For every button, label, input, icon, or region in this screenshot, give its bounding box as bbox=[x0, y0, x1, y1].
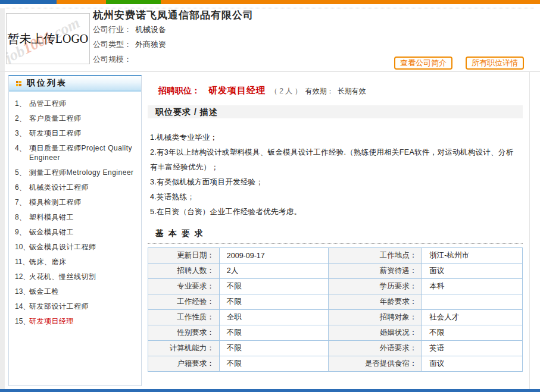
job-list-item[interactable]: 9、钣金模具钳工 bbox=[11, 227, 138, 237]
bottom-brand-bar bbox=[0, 389, 540, 392]
job-item-number: 3、 bbox=[11, 128, 29, 138]
job-item-number: 13、 bbox=[11, 287, 29, 296]
job-item-label: 铣床、磨床 bbox=[29, 257, 138, 266]
job-head: 招聘职位： 研发项目经理 （ 2 人 ） 有效期： 长期有效 bbox=[148, 85, 523, 96]
job-item-number: 10、 bbox=[11, 242, 29, 252]
job-list-header: 职位列表 bbox=[9, 76, 141, 92]
basic-table-label: 学历要求： bbox=[328, 279, 422, 294]
job-list-item[interactable]: 6、机械类设计工程师 bbox=[11, 183, 138, 192]
basic-table-row: 计算机能力：不限外语要求：英语 bbox=[148, 341, 523, 356]
job-item-number: 5、 bbox=[11, 168, 29, 177]
basic-table-row: 工作经验：不限年龄要求： bbox=[148, 294, 523, 310]
validity-label: 有效期： bbox=[305, 86, 334, 96]
company-field-row: 公司规模： bbox=[93, 54, 166, 69]
no-logo-label: 暂未上传LOGO bbox=[7, 14, 89, 64]
job-item-label: 研发项目经理 bbox=[29, 316, 138, 326]
view-company-profile-button[interactable]: 查看公司简介 bbox=[394, 57, 452, 70]
company-name: 杭州安费诺飞凤通信部品有限公司 bbox=[93, 8, 254, 22]
job-list: 1、品管工程师2、客户质量工程师3、研发项目工程师4、项目质量工程师Projec… bbox=[9, 92, 141, 335]
section-title-description: 职位要求 / 描述 bbox=[148, 105, 523, 118]
job-item-label: 项目质量工程师Project Quality Engineer bbox=[29, 143, 138, 162]
job-item-label: 研发部设计工程师 bbox=[29, 302, 138, 311]
job-list-item[interactable]: 8、塑料模具钳工 bbox=[11, 212, 138, 222]
company-field-value: 外商独资 bbox=[135, 40, 166, 49]
requirement-line: 5.在日资（台资）企业工作经验者优先考虑。 bbox=[150, 205, 518, 219]
header-actions: 查看公司简介所有职位详情 bbox=[394, 57, 524, 70]
job-requirements: 1.机械类专业毕业；2.有3年以上结构设计或塑料模具、钣金模具设计工作经验.（熟… bbox=[148, 130, 518, 219]
job-list-item[interactable]: 10、钣金模具设计工程师 bbox=[11, 242, 138, 252]
company-field-label: 公司类型： bbox=[93, 40, 132, 49]
job-list-item[interactable]: 14、研发部设计工程师 bbox=[11, 302, 138, 311]
basic-requirements-table: 更新日期：2009-09-17工作地点：浙江-杭州市招聘人数：2人薪资待遇：面议… bbox=[148, 247, 523, 372]
basic-table-value: 不限 bbox=[219, 325, 328, 341]
top-brand-bar-segment bbox=[161, 0, 540, 4]
company-field-row: 公司类型：外商独资 bbox=[93, 39, 166, 54]
job-head-label: 招聘职位： bbox=[158, 86, 200, 96]
basic-table-row: 招聘人数：2人薪资待遇：面议 bbox=[148, 264, 523, 279]
job-list-panel: 职位列表 1、品管工程师2、客户质量工程师3、研发项目工程师4、项目质量工程师P… bbox=[8, 75, 142, 386]
job-list-item[interactable]: 7、模具检测工程师 bbox=[11, 197, 138, 207]
job-item-number: 9、 bbox=[11, 227, 29, 237]
basic-table-value: 不限 bbox=[219, 279, 328, 294]
all-jobs-detail-button[interactable]: 所有职位详情 bbox=[466, 57, 524, 70]
job-item-label: 测量工程师Metrology Engineer bbox=[29, 168, 138, 177]
basic-table-value: 2人 bbox=[219, 264, 328, 279]
basic-table-value bbox=[422, 294, 523, 310]
basic-table-label: 工作地点： bbox=[328, 248, 422, 264]
job-detail-main: 招聘职位： 研发项目经理 （ 2 人 ） 有效期： 长期有效 职位要求 / 描述… bbox=[148, 75, 523, 392]
job-list-item[interactable]: 2、客户质量工程师 bbox=[11, 114, 138, 123]
requirement-line: 4.英语熟练； bbox=[150, 190, 518, 205]
job-title: 研发项目经理 bbox=[208, 85, 266, 96]
job-list-item[interactable]: 3、研发项目工程师 bbox=[11, 128, 138, 138]
job-item-label: 研发项目工程师 bbox=[29, 128, 138, 138]
basic-table-label: 招聘人数： bbox=[148, 264, 220, 279]
top-brand-bar-segment bbox=[106, 0, 161, 4]
basic-table-value: 面议 bbox=[422, 264, 523, 279]
basic-table-value: 不限 bbox=[219, 294, 328, 310]
company-field-row: 公司行业：机械设备 bbox=[93, 24, 166, 39]
job-item-label: 钣金模具设计工程师 bbox=[29, 242, 138, 252]
requirement-line: 2.有3年以上结构设计或塑料模具、钣金模具设计工作经验.（熟练使用相关FEA软件… bbox=[150, 145, 518, 175]
job-item-label: 模具检测工程师 bbox=[29, 197, 138, 207]
requirement-line: 3.有类似机械方面项目开发经验； bbox=[150, 175, 518, 190]
job-item-number: 15、 bbox=[11, 316, 29, 326]
top-brand-bar-segment bbox=[57, 0, 106, 4]
basic-table-label: 工作性质： bbox=[148, 310, 220, 325]
company-field-label: 公司行业： bbox=[93, 25, 132, 34]
job-item-label: 火花机、慢丝线切割 bbox=[29, 272, 138, 281]
basic-table-label: 性别要求： bbox=[148, 325, 220, 341]
left-edge-strip bbox=[0, 8, 5, 389]
basic-table-label: 工作经验： bbox=[148, 294, 220, 310]
job-item-number: 8、 bbox=[11, 212, 29, 222]
basic-table-row: 工作性质：全职招聘对象：社会人才 bbox=[148, 310, 523, 325]
section-title-basic-requirements: 基 本 要 求 bbox=[148, 228, 523, 244]
job-list-item[interactable]: 5、测量工程师Metrology Engineer bbox=[11, 168, 138, 177]
job-item-label: 塑料模具钳工 bbox=[29, 212, 138, 222]
job-item-number: 6、 bbox=[11, 183, 29, 192]
job-item-number: 4、 bbox=[11, 143, 29, 162]
job-list-item[interactable]: 15、研发项目经理 bbox=[11, 316, 138, 326]
basic-table-label: 年龄要求： bbox=[328, 294, 422, 310]
job-list-item[interactable]: 4、项目质量工程师Project Quality Engineer bbox=[11, 143, 138, 162]
basic-table-label: 招聘对象： bbox=[328, 310, 422, 325]
right-edge-divider bbox=[529, 71, 530, 389]
basic-table-row: 更新日期：2009-09-17工作地点：浙江-杭州市 bbox=[148, 248, 523, 264]
job-item-label: 钣金工检 bbox=[29, 287, 138, 296]
basic-table-value: 本科 bbox=[422, 279, 523, 294]
basic-table-value: 社会人才 bbox=[422, 310, 523, 325]
job-detail-page: job1001.com 暂未上传LOGO 杭州安费诺飞凤通信部品有限公司 公司行… bbox=[0, 0, 540, 392]
basic-table-value: 不限 bbox=[219, 356, 328, 372]
job-item-number: 12、 bbox=[11, 272, 29, 281]
job-item-label: 机械类设计工程师 bbox=[29, 183, 138, 192]
job-list-title: 职位列表 bbox=[27, 78, 67, 89]
job-item-number: 1、 bbox=[11, 99, 29, 108]
job-list-item[interactable]: 12、火花机、慢丝线切割 bbox=[11, 272, 138, 281]
basic-table-label: 户籍要求： bbox=[148, 356, 220, 372]
basic-table-value: 2009-09-17 bbox=[219, 248, 328, 264]
job-list-item[interactable]: 13、钣金工检 bbox=[11, 287, 138, 296]
basic-table-row: 专业要求：不限学历要求：本科 bbox=[148, 279, 523, 294]
basic-table-value: 全职 bbox=[219, 310, 328, 325]
job-list-item[interactable]: 11、铣床、磨床 bbox=[11, 257, 138, 266]
requirement-line: 1.机械类专业毕业； bbox=[150, 130, 518, 145]
job-list-item[interactable]: 1、品管工程师 bbox=[11, 99, 138, 108]
